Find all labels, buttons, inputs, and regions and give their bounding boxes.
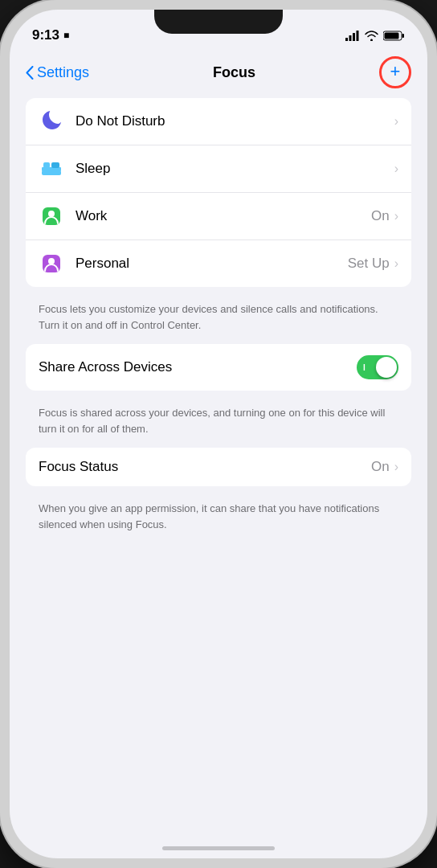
content-area: Do Not Disturb › Sleep › — [10, 98, 427, 543]
focus-status-label: Focus Status — [39, 459, 371, 475]
focus-status-value: On — [371, 459, 390, 475]
page-title: Focus — [213, 64, 255, 81]
lock-icon: ■ — [63, 30, 69, 41]
share-across-devices-row: Share Across Devices I — [26, 344, 411, 391]
signal-icon — [345, 31, 360, 41]
focus-description: Focus lets you customize your devices an… — [26, 295, 411, 344]
sleep-icon — [39, 156, 64, 182]
work-item[interactable]: Work On › — [26, 193, 411, 240]
svg-rect-0 — [345, 38, 348, 41]
add-icon: + — [390, 63, 401, 80]
toggle-on-text: I — [363, 363, 366, 372]
share-across-devices-toggle[interactable]: I — [357, 355, 398, 379]
do-not-disturb-item[interactable]: Do Not Disturb › — [26, 98, 411, 145]
focus-status-description: When you give an app permission, it can … — [26, 494, 411, 543]
bed-icon — [40, 159, 63, 178]
focus-status-chevron-icon: › — [394, 460, 398, 474]
navigation-bar: Settings Focus + — [10, 50, 427, 98]
focus-list: Do Not Disturb › Sleep › — [26, 98, 411, 287]
moon-icon — [40, 110, 63, 133]
battery-icon — [383, 31, 405, 41]
focus-status-row[interactable]: Focus Status On › — [26, 448, 411, 486]
do-not-disturb-icon — [39, 108, 64, 134]
svg-point-12 — [48, 211, 55, 217]
work-icon-bg — [39, 203, 64, 229]
personal-icon-bg — [39, 251, 64, 276]
home-indicator — [162, 846, 275, 850]
svg-rect-6 — [402, 34, 405, 38]
phone-screen: 9:13 ■ — [10, 10, 427, 858]
sleep-chevron-icon: › — [394, 162, 398, 176]
personal-value: Set Up — [348, 256, 390, 272]
svg-rect-2 — [353, 33, 355, 41]
share-across-devices-card: Share Across Devices I — [26, 344, 411, 391]
wifi-icon — [365, 31, 378, 41]
work-label: Work — [76, 208, 371, 224]
svg-rect-1 — [349, 35, 352, 41]
work-value: On — [371, 208, 390, 224]
personal-chevron-icon: › — [394, 256, 398, 271]
add-button[interactable]: + — [379, 56, 411, 88]
status-time: 9:13 — [32, 27, 59, 43]
do-not-disturb-chevron-icon: › — [394, 114, 398, 129]
personal-item[interactable]: Personal Set Up › — [26, 240, 411, 287]
svg-rect-3 — [357, 31, 359, 41]
toggle-knob — [376, 357, 397, 378]
personal-icon — [41, 253, 62, 274]
share-description: Focus is shared across your devices, and… — [26, 399, 411, 448]
sleep-label: Sleep — [76, 161, 394, 177]
notch — [154, 10, 283, 34]
svg-rect-9 — [43, 162, 50, 168]
phone-frame: 9:13 ■ — [0, 0, 437, 868]
personal-label: Personal — [76, 256, 348, 272]
do-not-disturb-label: Do Not Disturb — [76, 113, 394, 129]
svg-rect-10 — [51, 162, 59, 168]
back-chevron-icon — [26, 66, 34, 80]
work-icon — [41, 206, 62, 227]
focus-status-card: Focus Status On › — [26, 448, 411, 486]
work-chevron-icon: › — [394, 209, 398, 223]
back-button[interactable]: Settings — [26, 64, 89, 81]
svg-point-14 — [48, 258, 55, 264]
back-label: Settings — [37, 64, 89, 81]
status-icons — [345, 31, 405, 41]
share-across-devices-label: Share Across Devices — [39, 359, 172, 375]
svg-rect-5 — [385, 32, 399, 39]
sleep-item[interactable]: Sleep › — [26, 145, 411, 193]
